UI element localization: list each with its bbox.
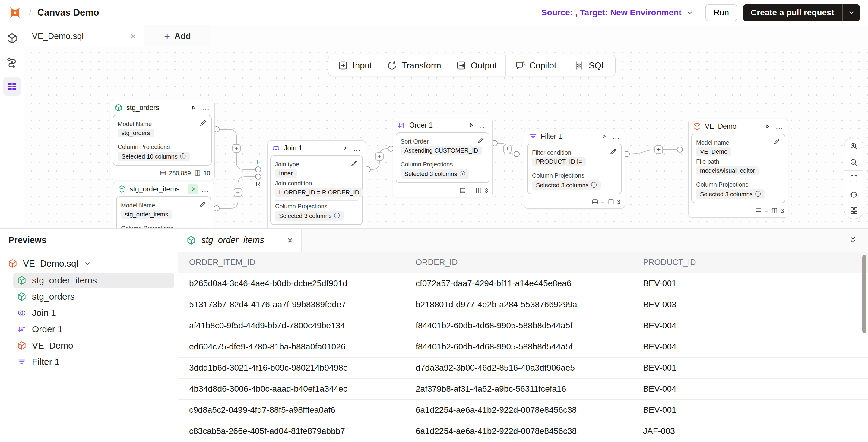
rail-table-view-button[interactable]: [3, 77, 22, 96]
column-projections-pill[interactable]: Selected 3 columnsⓘ: [532, 180, 601, 190]
output-icon: [456, 60, 467, 71]
toolbar-sql-button[interactable]: SQL: [566, 55, 614, 76]
node-menu-button[interactable]: …: [775, 125, 784, 128]
insert-node-on-edge-button[interactable]: +: [503, 145, 512, 153]
insert-node-on-edge-button[interactable]: +: [232, 144, 241, 153]
tree-item-order-1[interactable]: Order 1: [13, 321, 174, 337]
edit-pencil-icon[interactable]: [477, 136, 485, 145]
node-stg-orders[interactable]: stg_orders … Model Name stg_orders Colum…: [110, 100, 215, 180]
table-row[interactable]: b265d0a4-3c46-4ae4-b0db-dcbe25df901dcf07…: [178, 273, 868, 294]
add-tab-button[interactable]: + Add: [144, 25, 211, 47]
node-menu-button[interactable]: …: [201, 188, 210, 191]
edit-pencil-icon[interactable]: [609, 148, 617, 156]
environment-selector[interactable]: Source: , Target: New Environment: [541, 8, 694, 18]
canvas-zoom-controls: [844, 138, 864, 219]
table-row[interactable]: 4b34d8d6-3006-4b0c-aaad-b40ef1a344ec2af3…: [178, 378, 868, 400]
column-projections-pill[interactable]: Selected 10 columnsⓘ: [118, 152, 190, 161]
column-projections-pill[interactable]: Selected 3 columnsⓘ: [401, 169, 469, 179]
close-tab-icon[interactable]: ×: [130, 31, 136, 41]
create-pull-request-menu-button[interactable]: [843, 4, 860, 22]
toolbar-input-button[interactable]: Input: [330, 55, 379, 76]
model-name-pill[interactable]: stg_order_items: [121, 210, 172, 219]
fit-view-button[interactable]: [844, 171, 863, 187]
pipeline-canvas[interactable]: L R + + + + + Input Transform: [24, 48, 868, 228]
page-title: Canvas Demo: [37, 7, 99, 18]
rail-models-button[interactable]: [3, 29, 22, 48]
node-menu-button[interactable]: …: [353, 147, 361, 150]
column-count-icon: [771, 207, 778, 214]
create-pull-request-button[interactable]: Create a pull request: [743, 4, 842, 22]
run-node-button[interactable]: [188, 102, 199, 113]
node-ve-demo[interactable]: VE_Demo … Model name VE_Demo File path m…: [688, 119, 788, 218]
column-projections-pill[interactable]: Selected 3 columnsⓘ: [696, 189, 765, 199]
toolbar-transform-button[interactable]: Transform: [379, 55, 448, 76]
node-order-1[interactable]: Order 1 … Sort Order Ascending CUSTOMER_…: [393, 118, 493, 197]
column-header[interactable]: ORDER_ITEM_ID: [178, 252, 404, 273]
close-preview-icon[interactable]: ×: [287, 235, 293, 245]
info-icon: ⓘ: [755, 190, 761, 198]
zoom-in-icon: [849, 142, 858, 151]
toolbar-copilot-button[interactable]: Copilot: [507, 55, 564, 76]
preview-tab-stg-order-items[interactable]: stg_order_items ×: [178, 228, 302, 252]
insert-node-on-edge-button[interactable]: +: [375, 152, 384, 161]
table-row[interactable]: c9d8a5c2-0499-4fd7-88f5-a98fffea0af66a1d…: [178, 400, 868, 420]
column-projections-pill[interactable]: Selected 3 columnsⓘ: [275, 211, 344, 221]
tree-item-stg-order-items[interactable]: stg_order_items: [13, 273, 174, 288]
paradime-logo-icon[interactable]: [8, 5, 22, 20]
edit-pencil-icon[interactable]: [198, 200, 206, 208]
run-node-button[interactable]: [762, 121, 772, 131]
table-row[interactable]: 3ddd1b6d-3021-4f16-b09c-980214b9498ed7da…: [178, 357, 868, 378]
table-row[interactable]: af41b8c0-9f5d-44d9-bb7d-7800c49be134f844…: [178, 315, 868, 336]
run-node-button[interactable]: [466, 120, 476, 130]
tree-item-ve-demo[interactable]: VE_Demo: [13, 338, 174, 353]
run-node-button[interactable]: [599, 131, 609, 141]
toolbar-separator: [505, 55, 506, 76]
tab-ve-demo-sql[interactable]: VE_Demo.sql ×: [24, 25, 144, 47]
insert-node-on-edge-button[interactable]: +: [234, 188, 242, 197]
chevron-down-icon[interactable]: [84, 260, 91, 267]
file-path-pill[interactable]: models/visual_editor: [696, 166, 759, 175]
preview-tabbar: stg_order_items ×: [178, 228, 868, 252]
node-filter-1[interactable]: Filter 1 … Filter condition PRODUCT_ID !…: [524, 129, 625, 209]
tree-item-filter-1[interactable]: Filter 1: [13, 354, 174, 370]
node-footer: ◐280,859 ◑106,718 – 3: [268, 228, 366, 228]
node-stg-order-items[interactable]: stg_order_items … Model Name stg_order_i…: [113, 182, 214, 228]
run-node-button[interactable]: [340, 143, 350, 153]
tree-item-join-1[interactable]: Join 1: [13, 305, 174, 321]
center-view-button[interactable]: [844, 187, 863, 202]
model-name-pill[interactable]: VE_Demo: [696, 148, 732, 156]
model-name-pill[interactable]: stg_orders: [118, 129, 154, 137]
node-menu-button[interactable]: …: [479, 124, 488, 127]
table-row[interactable]: 513173b7-82d4-4176-aa7f-99b8389fede7b218…: [178, 294, 868, 315]
edit-pencil-icon[interactable]: [773, 138, 780, 146]
run-node-button[interactable]: [188, 184, 198, 194]
play-icon: [600, 133, 607, 139]
chevron-down-icon: [848, 9, 855, 16]
join-right-port-label: R: [256, 181, 260, 188]
layout-grid-button[interactable]: [844, 202, 863, 219]
table-row[interactable]: c83cab5a-266e-405f-ad04-81fe879abbb76a1d…: [178, 420, 868, 442]
edit-pencil-icon[interactable]: [199, 119, 207, 127]
table-row[interactable]: ed604c75-dfe9-4780-81ba-b88a0fa01026f844…: [178, 336, 868, 357]
rail-pipeline-button[interactable]: [3, 53, 22, 72]
sort-order-pill[interactable]: Ascending CUSTOMER_ID: [401, 146, 482, 155]
toolbar-output-button[interactable]: Output: [448, 55, 504, 76]
join-condition-pill[interactable]: L.ORDER_ID = R.ORDER_ID: [275, 188, 363, 197]
node-menu-button[interactable]: …: [612, 135, 620, 138]
join-type-pill[interactable]: Inner: [275, 169, 297, 178]
column-header[interactable]: PRODUCT_ID: [632, 252, 868, 273]
vertical-scrollbar[interactable]: [862, 255, 867, 333]
node-join-1[interactable]: Join 1 … Join type Inner Join condition …: [267, 140, 366, 228]
zoom-in-button[interactable]: [844, 138, 863, 154]
run-button[interactable]: Run: [705, 4, 737, 22]
tree-item-stg-orders[interactable]: stg_orders: [13, 289, 174, 305]
zoom-out-button[interactable]: [844, 154, 863, 170]
node-menu-button[interactable]: …: [202, 106, 210, 109]
collapse-panel-icon[interactable]: [848, 235, 858, 245]
filter-condition-pill[interactable]: PRODUCT_ID !=: [532, 157, 586, 166]
edit-pencil-icon[interactable]: [350, 159, 358, 167]
insert-node-on-edge-button[interactable]: +: [654, 145, 663, 154]
zoom-out-icon: [849, 158, 858, 167]
column-header[interactable]: ORDER_ID: [404, 252, 632, 273]
tree-root-ve-demo-sql[interactable]: VE_Demo.sql: [0, 255, 178, 272]
